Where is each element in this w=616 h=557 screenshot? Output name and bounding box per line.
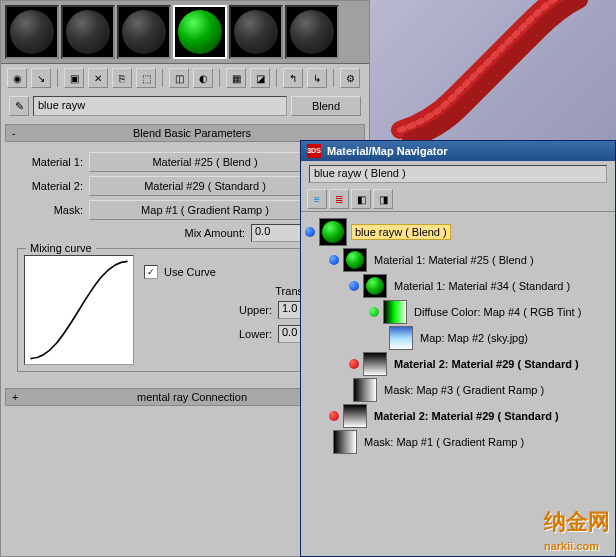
go-parent-button[interactable]: ↰ (283, 68, 303, 88)
mask-label: Mask: (11, 204, 83, 216)
navigator-name-field[interactable]: blue rayw ( Blend ) (309, 165, 607, 183)
separator (57, 69, 58, 87)
material2-label: Material 2: (11, 180, 83, 192)
map-thumb (383, 300, 407, 324)
viewport-3d[interactable] (370, 0, 616, 140)
material-dot-icon (329, 255, 339, 265)
tree-node-diffuse[interactable]: Diffuse Color: Map #4 ( RGB Tint ) (305, 300, 611, 324)
navigator-tree: blue rayw ( Blend ) Material 1: Material… (301, 212, 615, 462)
reset-button[interactable]: ✕ (88, 68, 108, 88)
tree-node-label: Mask: Map #1 ( Gradient Ramp ) (361, 435, 527, 449)
tree-node-label: blue rayw ( Blend ) (351, 224, 451, 240)
material-slot-4-selected[interactable] (173, 5, 227, 59)
options-button[interactable]: ⚙ (340, 68, 360, 88)
material-slot-1[interactable] (5, 5, 59, 59)
navigator-titlebar[interactable]: 3DS Material/Map Navigator (301, 141, 615, 161)
mask-slot-button[interactable]: Map #1 ( Gradient Ramp ) (89, 200, 321, 220)
tree-node-mat2b[interactable]: Material 2: Material #29 ( Standard ) (305, 404, 611, 428)
put-library-button[interactable]: ◫ (169, 68, 189, 88)
tree-node-label: Diffuse Color: Map #4 ( RGB Tint ) (411, 305, 584, 319)
helix-geometry (390, 0, 616, 140)
rollout-minus-icon: - (12, 127, 26, 139)
show-map-button[interactable]: ▦ (226, 68, 246, 88)
effects-button[interactable]: ◐ (193, 68, 213, 88)
material-thumb (363, 352, 387, 376)
material-thumb (343, 248, 367, 272)
material-slot-2[interactable] (61, 5, 115, 59)
material1-label: Material 1: (11, 156, 83, 168)
tree-node-label: Material 1: Material #34 ( Standard ) (391, 279, 573, 293)
upper-label: Upper: (239, 304, 272, 316)
tree-node-mat1[interactable]: Material 1: Material #25 ( Blend ) (305, 248, 611, 272)
material-thumb (319, 218, 347, 246)
material-thumb (343, 404, 367, 428)
watermark-en: narkii.com (544, 540, 599, 552)
separator (276, 69, 277, 87)
rollout-title: Blend Basic Parameters (26, 127, 358, 139)
tree-node-mat34[interactable]: Material 1: Material #34 ( Standard ) (305, 274, 611, 298)
view-list-icons-button[interactable]: ≣ (329, 189, 349, 209)
view-small-icons-button[interactable]: ◧ (351, 189, 371, 209)
view-list-button[interactable]: ≡ (307, 189, 327, 209)
tree-node-label: Material 2: Material #29 ( Standard ) (391, 357, 582, 371)
watermark: 纳金网 narkii.com (544, 507, 610, 553)
tree-node-label: Mask: Map #3 ( Gradient Ramp ) (381, 383, 547, 397)
copy-button[interactable]: ⎘ (112, 68, 132, 88)
navigator-name-row: blue rayw ( Blend ) (301, 161, 615, 187)
tree-node-label: Material 1: Material #25 ( Blend ) (371, 253, 537, 267)
material-name-field[interactable]: blue rayw (33, 96, 287, 116)
go-forward-button[interactable]: ↳ (307, 68, 327, 88)
put-to-scene-button[interactable]: ↘ (31, 68, 51, 88)
material-map-navigator-window: 3DS Material/Map Navigator blue rayw ( B… (300, 140, 616, 557)
lower-label: Lower: (239, 328, 272, 340)
mixing-curve-legend: Mixing curve (26, 242, 96, 254)
rollout-plus-icon: + (12, 391, 26, 403)
map-thumb (333, 430, 357, 454)
tree-node-mask3[interactable]: Mask: Map #3 ( Gradient Ramp ) (305, 378, 611, 402)
material-dot-icon (305, 227, 315, 237)
show-result-button[interactable]: ◪ (250, 68, 270, 88)
tree-node-mat2a[interactable]: Material 2: Material #29 ( Standard ) (305, 352, 611, 376)
map-thumb (353, 378, 377, 402)
material-thumb (363, 274, 387, 298)
watermark-cn: 纳金网 (544, 509, 610, 534)
separator (333, 69, 334, 87)
separator (219, 69, 220, 87)
tree-root-node[interactable]: blue rayw ( Blend ) (305, 218, 611, 246)
tree-node-sky[interactable]: Map: Map #2 (sky.jpg) (305, 326, 611, 350)
map-dot-icon (369, 307, 379, 317)
assign-button[interactable]: ▣ (64, 68, 84, 88)
make-unique-button[interactable]: ⬚ (136, 68, 156, 88)
material-slot-3[interactable] (117, 5, 171, 59)
material-slots-row (1, 1, 369, 64)
get-material-button[interactable]: ◉ (7, 68, 27, 88)
use-curve-label: Use Curve (164, 266, 216, 278)
tree-node-label: Material 2: Material #29 ( Standard ) (371, 409, 562, 423)
material2-slot-button[interactable]: Material #29 ( Standard ) (89, 176, 321, 196)
navigator-toolbar: ≡ ≣ ◧ ◨ (301, 187, 615, 212)
mix-amount-label: Mix Amount: (184, 227, 245, 239)
pick-material-icon[interactable]: ✎ (9, 96, 29, 116)
use-curve-checkbox[interactable]: ✓ (144, 265, 158, 279)
separator (162, 69, 163, 87)
view-large-icons-button[interactable]: ◨ (373, 189, 393, 209)
material1-slot-button[interactable]: Material #25 ( Blend ) (89, 152, 321, 172)
material-dot-icon (349, 359, 359, 369)
material-dot-icon (349, 281, 359, 291)
map-thumb (389, 326, 413, 350)
material-slot-5[interactable] (229, 5, 283, 59)
tree-node-mask1[interactable]: Mask: Map #1 ( Gradient Ramp ) (305, 430, 611, 454)
material-name-row: ✎ blue rayw Blend (1, 92, 369, 120)
material-slot-6[interactable] (285, 5, 339, 59)
mix-amount-spinner[interactable]: 0.0 (251, 224, 301, 242)
material-dot-icon (329, 411, 339, 421)
tree-node-label: Map: Map #2 (sky.jpg) (417, 331, 531, 345)
mixing-curve-graph (24, 255, 134, 365)
navigator-app-icon: 3DS (307, 144, 321, 158)
material-toolbar: ◉ ↘ ▣ ✕ ⎘ ⬚ ◫ ◐ ▦ ◪ ↰ ↳ ⚙ (1, 64, 369, 92)
navigator-title-text: Material/Map Navigator (327, 145, 447, 157)
material-type-button[interactable]: Blend (291, 96, 361, 116)
